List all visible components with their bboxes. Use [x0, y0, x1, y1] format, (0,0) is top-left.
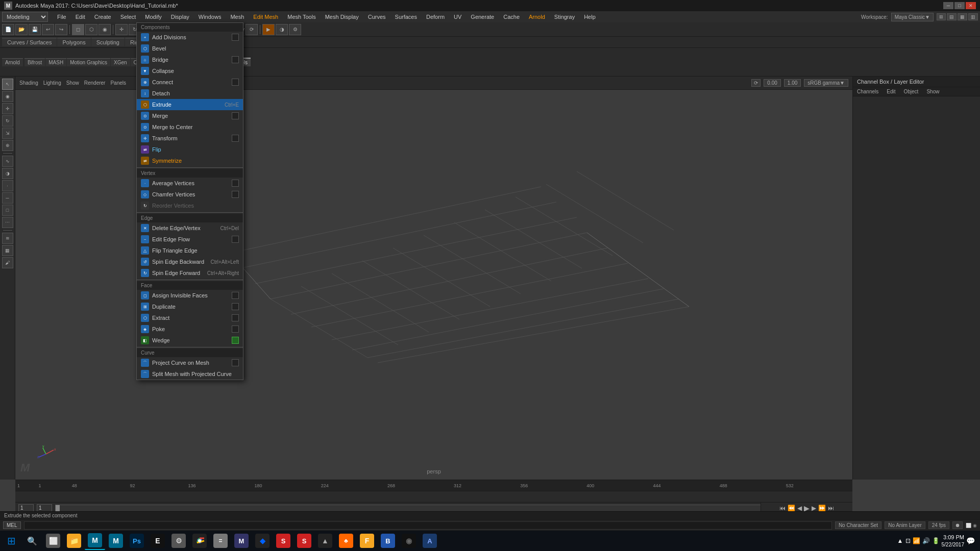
- bridge-check[interactable]: [232, 56, 239, 63]
- layout-btn-1[interactable]: ⊞: [937, 13, 946, 20]
- paint-btn[interactable]: ◉: [99, 24, 111, 35]
- x-field[interactable]: 0.00: [764, 79, 780, 87]
- menu-help[interactable]: Help: [580, 13, 600, 21]
- viewport-menu-renderer[interactable]: Renderer: [84, 80, 106, 86]
- chamfer-vert-check[interactable]: [232, 191, 239, 198]
- menu-extrude[interactable]: ⬡ Extrude Ctrl+E: [137, 99, 243, 110]
- menu-project-curve[interactable]: ⌒ Project Curve on Mesh: [137, 357, 243, 368]
- viewport-menu-lighting[interactable]: Lighting: [43, 80, 61, 86]
- layout-btn-2[interactable]: ▤: [947, 13, 957, 20]
- wedge-check[interactable]: [232, 337, 239, 344]
- edge-mode[interactable]: ─: [2, 192, 13, 204]
- frame-start-input[interactable]: [18, 504, 34, 512]
- y-field[interactable]: 1.00: [784, 79, 801, 87]
- assign-inv-check[interactable]: [232, 292, 239, 299]
- menu-extract[interactable]: ⬡ Extract: [137, 312, 243, 323]
- menu-surfaces[interactable]: Surfaces: [391, 13, 421, 21]
- play-skip-end[interactable]: ⏭: [828, 505, 834, 512]
- scale-tool[interactable]: ⇲: [2, 128, 13, 139]
- menu-bridge[interactable]: ⌂ Bridge: [137, 54, 243, 65]
- edit-edge-check[interactable]: [232, 236, 239, 243]
- menu-display[interactable]: Display: [167, 13, 193, 21]
- menu-poke[interactable]: ◈ Poke: [137, 323, 243, 335]
- menu-spin-edge-backward[interactable]: ↺ Spin Edge Backward Ctrl+Alt+Left: [137, 256, 243, 267]
- ipr-render-btn[interactable]: ◑: [276, 24, 288, 35]
- crease-tool[interactable]: ≋: [2, 233, 13, 244]
- taskbar-app19[interactable]: A: [420, 532, 440, 550]
- merge-check[interactable]: [232, 112, 239, 119]
- no-anim-layer[interactable]: No Anim Layer: [885, 521, 925, 529]
- fps-display[interactable]: 24 fps: [928, 521, 949, 529]
- menu-merge[interactable]: ⊙ Merge: [137, 110, 243, 121]
- new-file-btn[interactable]: 📄: [2, 24, 14, 35]
- menu-assign-invisible[interactable]: ◻ Assign Invisible Faces: [137, 290, 243, 301]
- select-tool-btn[interactable]: ◻: [72, 24, 84, 35]
- menu-flip[interactable]: ⇄ Flip: [137, 144, 243, 155]
- face-mode[interactable]: □: [2, 205, 13, 216]
- play-skip-start[interactable]: ⏮: [779, 505, 786, 512]
- tab-sculpting[interactable]: Sculpting: [91, 38, 125, 46]
- menu-duplicate[interactable]: ⊞ Duplicate: [137, 301, 243, 312]
- menu-edit-mesh[interactable]: Edit Mesh: [249, 13, 282, 21]
- menu-curves[interactable]: Curves: [364, 13, 390, 21]
- uv-mode[interactable]: ⋯: [2, 217, 13, 228]
- menu-deform[interactable]: Deform: [422, 13, 449, 21]
- tray-icon-5[interactable]: 🔋: [932, 537, 940, 544]
- taskbar-app17[interactable]: B: [378, 532, 398, 550]
- scrubber[interactable]: [55, 505, 787, 512]
- menu-average-vertices[interactable]: · Average Vertices: [137, 178, 243, 189]
- menu-collapse[interactable]: ▼ Collapse: [137, 65, 243, 77]
- shelf-tab-bifrost[interactable]: Bifrost: [24, 58, 45, 66]
- menu-cache[interactable]: Cache: [499, 13, 524, 21]
- transform-check[interactable]: [232, 135, 239, 142]
- menu-detach[interactable]: ↕ Detach: [137, 88, 243, 99]
- paint-attr[interactable]: 🖌: [2, 257, 13, 268]
- shelf-tab-arnold[interactable]: Arnold: [2, 58, 23, 66]
- ch-tab-object[interactable]: Object: [900, 87, 923, 96]
- taskbar-photoshop[interactable]: Ps: [127, 532, 147, 550]
- tray-icon-4[interactable]: 🔊: [922, 537, 930, 544]
- extract-check[interactable]: [232, 314, 239, 321]
- taskbar-app16[interactable]: F: [357, 532, 377, 550]
- menu-delete-edge[interactable]: ✕ Delete Edge/Vertex Ctrl+Del: [137, 222, 243, 234]
- ch-tab-show[interactable]: Show: [922, 87, 943, 96]
- poke-check[interactable]: [232, 325, 239, 333]
- start-button[interactable]: ⊞: [1, 532, 21, 550]
- universal-tool[interactable]: ⊕: [2, 140, 13, 151]
- menu-mesh-display[interactable]: Mesh Display: [321, 13, 363, 21]
- menu-edit[interactable]: Edit: [71, 13, 89, 21]
- ch-tab-channels[interactable]: Channels: [853, 87, 883, 96]
- taskbar-file-explorer[interactable]: 📁: [64, 532, 84, 550]
- move-btn[interactable]: ✛: [115, 24, 128, 35]
- taskbar-app13[interactable]: S: [294, 532, 314, 550]
- menu-wedge[interactable]: ◧ Wedge: [137, 335, 243, 346]
- taskbar-unity[interactable]: ▲: [315, 532, 335, 550]
- tab-curves-surfaces[interactable]: Curves / Surfaces: [2, 38, 57, 46]
- menu-file[interactable]: File: [53, 13, 70, 21]
- taskbar-app15[interactable]: ♣: [336, 532, 356, 550]
- play-forward[interactable]: ⏩: [818, 505, 826, 512]
- tray-icon-2[interactable]: ⊡: [905, 537, 911, 544]
- taskbar-app12[interactable]: S: [273, 532, 293, 550]
- frame-current-input[interactable]: [37, 504, 52, 512]
- menu-uv[interactable]: UV: [450, 13, 465, 21]
- avg-vert-check[interactable]: [232, 180, 239, 187]
- menu-stingray[interactable]: Stingray: [550, 13, 579, 21]
- menu-connect[interactable]: ⊕ Connect: [137, 77, 243, 88]
- mode-selector[interactable]: Modeling: [2, 12, 48, 22]
- close-button[interactable]: ✕: [966, 2, 976, 9]
- lasso-btn[interactable]: ⬡: [85, 24, 97, 35]
- render-settings-btn[interactable]: ⚙: [289, 24, 301, 35]
- command-line[interactable]: [24, 521, 832, 530]
- undo-btn[interactable]: ↩: [42, 24, 54, 35]
- save-file-btn[interactable]: 💾: [29, 24, 41, 35]
- mel-label[interactable]: MEL: [3, 521, 21, 529]
- layout-btn-3[interactable]: ▦: [958, 13, 967, 20]
- tab-polygons[interactable]: Polygons: [57, 38, 90, 46]
- step-forward[interactable]: ▶: [812, 505, 816, 512]
- vertex-mode[interactable]: ·: [2, 180, 13, 191]
- viewport-control-1[interactable]: ⟳: [751, 79, 761, 87]
- menu-split-mesh[interactable]: ⌒ Split Mesh with Projected Curve: [137, 368, 243, 380]
- taskbar-maya[interactable]: M: [85, 532, 105, 550]
- menu-create[interactable]: Create: [90, 13, 115, 21]
